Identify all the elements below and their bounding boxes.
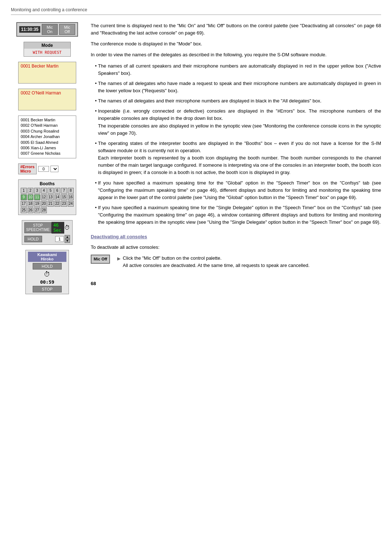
delegate-clock-icon: ⏱ xyxy=(44,271,50,278)
bullet-3: The names of all delegates and their mic… xyxy=(98,97,381,105)
bullet-list: The names of all current speakers and th… xyxy=(98,62,381,226)
booth-16[interactable]: 16 xyxy=(68,194,74,200)
step-1a: Click the "Mic Off" button on the contro… xyxy=(123,255,221,261)
active-speaker-box-1: 0001 Becker Martin xyxy=(18,62,76,84)
errors-value-input[interactable] xyxy=(38,166,49,172)
booth-6[interactable]: 6 xyxy=(54,188,61,194)
errors-dropdown[interactable] xyxy=(50,166,58,172)
control-palette: 11:30:35 Mic On Mic Off xyxy=(16,22,78,37)
step-1b: All active consoles are deactivated. At … xyxy=(123,263,310,268)
para3: In order to view the names of the delega… xyxy=(91,51,381,58)
hold-button[interactable]: HOLD xyxy=(24,236,42,242)
deactivate-intro: To deactivate all active consoles: xyxy=(91,244,381,251)
hold-increment[interactable]: ▲ xyxy=(65,235,70,239)
mic-off-widget-label: Mic Off xyxy=(94,256,107,262)
booth-26[interactable]: 26 xyxy=(28,207,34,213)
section-heading: Deactivating all consoles xyxy=(91,233,381,240)
speech-timer-display: 46 Sec xyxy=(52,222,64,234)
booth-4[interactable]: 4 xyxy=(41,188,47,194)
delegate-name-line2: Hiroko xyxy=(29,257,66,261)
speaker-name-2: 0002 O'Neill Harman xyxy=(21,90,74,96)
booth-3[interactable]: 3 xyxy=(34,188,40,194)
delegate-1: 0001 Becker Martin xyxy=(21,117,74,123)
booth-25[interactable]: 25 xyxy=(21,207,27,213)
page-header: Monitoring and controlling a conference xyxy=(11,7,381,15)
delegate-7: 0007 Greene Nicholas xyxy=(21,151,74,156)
booth-15[interactable]: 15 xyxy=(61,194,67,200)
mode-label: Mode xyxy=(24,42,70,49)
booth-2[interactable]: 2 xyxy=(28,188,34,194)
booth-27[interactable]: 27 xyxy=(34,207,40,213)
booth-9[interactable]: 9 xyxy=(21,194,27,200)
booth-17[interactable]: 17 xyxy=(21,201,27,207)
left-column: 11:30:35 Mic On Mic Off Mode WITH REQUES… xyxy=(11,22,83,294)
para1: The current time is displayed next to th… xyxy=(91,22,381,37)
stop-speechtime-button[interactable]: STOPSPEECHTIME xyxy=(24,222,52,233)
errors-row: #Errors Micro xyxy=(18,163,76,174)
speaker-name-1: 0001 Becker Martin xyxy=(21,64,74,69)
instruction-row: Mic Off ▶ Click the "Mic Off" button on … xyxy=(91,255,381,269)
step-1: Click the "Mic Off" button on the contro… xyxy=(123,255,310,269)
speech-timer-top-row: STOPSPEECHTIME 46 Sec ⏱ xyxy=(24,222,70,234)
booth-24[interactable]: 24 xyxy=(68,201,74,207)
booth-20[interactable]: 20 xyxy=(41,201,47,207)
booth-1[interactable]: 1 xyxy=(21,188,27,194)
delegate-time-display: 00:59 xyxy=(40,279,54,285)
booth-28[interactable]: 28 xyxy=(41,207,47,213)
booth-8[interactable]: 8 xyxy=(68,188,74,194)
bullet-7: If you have specified a maximum speaking… xyxy=(98,204,381,226)
booths-box: Booths 1 2 3 4 5 6 7 8 9 10 11 12 13 xyxy=(18,179,76,215)
booth-18[interactable]: 18 xyxy=(28,201,34,207)
errors-box: #Errors Micro xyxy=(18,163,37,174)
delegate-timer-box: Kawakami Hiroko HOLD ⏱ 00:59 STOP xyxy=(25,250,69,294)
booth-14[interactable]: 14 xyxy=(54,194,61,200)
hold-decrement[interactable]: ▼ xyxy=(65,239,70,243)
right-column: The current time is displayed next to th… xyxy=(91,22,381,294)
content-area: 11:30:35 Mic On Mic Off Mode WITH REQUES… xyxy=(11,22,381,294)
bullet-1: The names of all current speakers and th… xyxy=(98,62,381,77)
delegate-stop-button[interactable]: STOP xyxy=(33,286,62,292)
delegates-box: 0001 Becker Martin 0002 O'Neill Harman 0… xyxy=(18,116,76,158)
booth-13[interactable]: 13 xyxy=(48,194,54,200)
booth-19[interactable]: 19 xyxy=(34,201,40,207)
time-display: 11:30:35 xyxy=(19,26,40,33)
booth-5[interactable]: 5 xyxy=(48,188,54,194)
delegate-3: 0003 Chung Rosalind xyxy=(21,129,74,134)
booth-21[interactable]: 21 xyxy=(48,201,54,207)
mic-off-button-top[interactable]: Mic Off xyxy=(59,24,75,35)
booth-12[interactable]: 12 xyxy=(41,194,47,200)
delegate-6: 0006 Xian-Li James xyxy=(21,145,74,151)
booth-22[interactable]: 22 xyxy=(54,201,61,207)
booth-7[interactable]: 7 xyxy=(61,188,67,194)
active-speaker-box-2: 0002 O'Neill Harman xyxy=(18,89,76,110)
micro-label: Micro xyxy=(20,169,34,173)
mic-on-button[interactable]: Mic On xyxy=(42,24,58,35)
step-arrow-icon: ▶ xyxy=(117,255,121,262)
bullet-6: If you have specified a maximum speaking… xyxy=(98,179,381,201)
errors-label: #Errors xyxy=(20,165,34,169)
page-number: 68 xyxy=(91,280,381,287)
delegate-hold-button[interactable]: HOLD xyxy=(33,263,62,270)
page-container: Monitoring and controlling a conference … xyxy=(0,0,392,301)
booth-10[interactable]: 10 xyxy=(28,194,34,200)
booth-11[interactable]: 11 xyxy=(34,194,40,200)
booths-label: Booths xyxy=(21,181,74,186)
delegate-5: 0005 El Saad Ahmed xyxy=(21,140,74,145)
booths-grid: 1 2 3 4 5 6 7 8 9 10 11 12 13 14 15 16 xyxy=(21,188,74,213)
booth-23[interactable]: 23 xyxy=(61,201,67,207)
delegate-4: 0004 Archer Jonathan xyxy=(21,134,74,139)
header-title: Monitoring and controlling a conference xyxy=(11,7,87,12)
speech-timer-hold-row: HOLD ▲ ▼ xyxy=(24,235,70,243)
mode-box: Mode WITH REQUEST xyxy=(24,42,71,57)
speech-timer-box: STOPSPEECHTIME 46 Sec ⏱ HOLD ▲ ▼ xyxy=(22,220,73,245)
instruction-text: ▶ Click the "Mic Off" button on the cont… xyxy=(117,255,310,269)
hold-number-input[interactable] xyxy=(55,236,64,242)
hold-arrows: ▲ ▼ xyxy=(65,235,70,243)
delegate-2: 0002 O'Neill Harman xyxy=(21,123,74,128)
mic-off-widget-bottom: Mic Off xyxy=(91,255,110,264)
delegate-name-line1: Kawakami xyxy=(29,252,66,257)
mode-value: WITH REQUEST xyxy=(27,50,68,55)
clock-icon: ⏱ xyxy=(64,224,70,231)
bullet-5: The operating states of the interpreter … xyxy=(98,140,381,177)
delegate-timer-name: Kawakami Hiroko xyxy=(28,252,66,262)
